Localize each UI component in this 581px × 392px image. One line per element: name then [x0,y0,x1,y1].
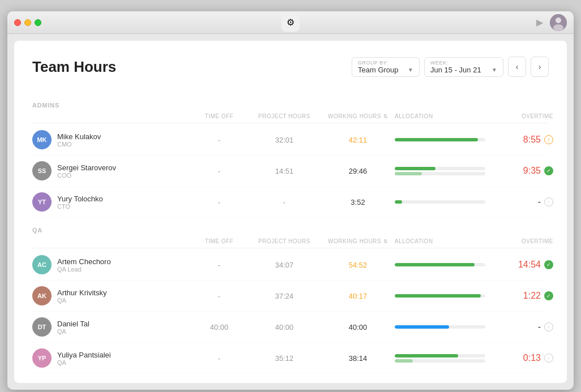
avatar: MK [32,130,52,149]
col-overtime: OVERTIME [497,113,553,119]
user-info: AK Arthur Krivitsky QA [32,286,191,305]
bar-fill-1 [395,294,481,298]
week-label: WEEK: [430,60,497,66]
close-button[interactable] [14,19,21,26]
bar-fill-1 [395,167,435,170]
overtime-cell: 8:55 ! [497,135,553,145]
group-title-qa: QA [32,218,549,238]
table-row: AC Artem Chechoro QA Lead - 34:07 54:52 [32,249,549,281]
bar-track-1 [395,354,485,357]
time-off-value: 40:00 [191,323,247,331]
chevron-down-icon2: ▼ [492,67,497,73]
play-icon[interactable]: ▶ [536,17,543,28]
page-header: Team Hours GROUP BY: Team Group ▼ WEEK: … [32,57,549,77]
col-project-hours: PROJECT HOURS [247,113,321,119]
allocation-cell [395,294,497,298]
project-hours-value: 40:00 [247,323,321,331]
overtime-cell: 9:35 ✓ [497,166,553,176]
bar-track-1 [395,167,485,170]
user-info: SS Sergei Staroverov COO [32,161,191,180]
project-hours-value: - [247,198,321,206]
table-row: YP Yuliya Pantsialei QA - 35:12 38:14 [32,343,549,374]
col-time-off: TIME OFF [191,238,247,244]
user-info: DT Daniel Tal QA [32,317,191,337]
svg-point-1 [556,18,561,23]
titlebar: ⚙ ▶ [7,11,574,34]
time-off-value: - [191,261,247,269]
overtime-cell: - ○ [497,322,553,332]
working-hours-value: 29:46 [321,167,395,175]
col-overtime: OVERTIME [497,238,553,244]
col-working-hours: WORKING HOURS ⇅ [321,113,395,119]
table-row: YT Yury Tolochko CTO - - 3:52 Projec [32,187,549,218]
allocation-cell: Project Time: 34h 7m Working Time: 54h 5… [395,200,497,204]
time-off-value: - [191,167,247,175]
working-hours-value: 40:00 [321,323,395,331]
prev-week-button[interactable]: ‹ [508,57,526,77]
project-hours-value: 14:51 [247,167,321,175]
app-logo: ⚙ [281,14,300,32]
header-controls: GROUP BY: Team Group ▼ WEEK: Jun 15 - Ju… [352,57,549,77]
allocation-cell [395,263,497,266]
user-details: Yury Tolochko CTO [57,195,103,210]
allocation-cell [395,138,497,141]
status-icon-green: ✓ [544,291,553,300]
next-week-button[interactable]: › [531,57,549,77]
user-details: Arthur Krivitsky QA [57,288,106,304]
user-name: Arthur Krivitsky [57,288,106,297]
bar-track-1 [395,200,485,204]
overtime-cell: 14:54 ✓ [497,260,553,270]
week-control[interactable]: WEEK: Jun 15 - Jun 21 ▼ [424,57,503,77]
working-hours-value: 3:52 [321,198,395,206]
status-icon-gray: ○ [544,354,553,363]
user-info: YT Yury Tolochko CTO [32,192,191,212]
bar-fill-2 [395,172,422,175]
content-area: Team Hours GROUP BY: Team Group ▼ WEEK: … [14,41,567,383]
bar-fill-2 [395,359,413,363]
bar-fill-1 [395,354,458,357]
overtime-value: - [538,322,541,332]
working-hours-value: 54:52 [321,261,395,269]
minimize-button[interactable] [24,19,31,26]
bar-fill-1 [395,138,478,141]
bar-track-2 [395,172,485,175]
overtime-cell: 1:22 ✓ [497,291,553,301]
table-row: DT Daniel Tal QA 40:00 40:00 40:00 [32,312,549,343]
group-columns-0: TIME OFF PROJECT HOURS WORKING HOURS ⇅ A… [32,113,549,123]
user-avatar[interactable] [550,14,567,31]
allocation-bar [395,200,497,204]
user-details: Yuliya Pantsialei QA [57,351,111,366]
overtime-value: 9:35 [523,166,541,176]
avatar: YP [32,348,52,368]
user-details: Artem Chechoro QA Lead [57,257,111,273]
group-by-control[interactable]: GROUP BY: Team Group ▼ [352,57,420,77]
table-row: MK Mike Kulakov CMO - 32:01 42:11 [32,124,549,156]
avatar: AC [32,255,52,274]
bar-fill-1 [395,263,475,266]
allocation-bar [395,354,497,363]
avatar: AK [32,286,52,305]
user-role: QA [57,328,89,335]
time-off-value: - [191,136,247,144]
allocation-bar [395,263,497,266]
chevron-down-icon: ▼ [408,67,413,73]
overtime-value: 14:54 [518,260,541,270]
col-allocation: ALLOCATION [395,238,497,244]
table-row: AK Arthur Krivitsky QA - 37:24 40:17 [32,281,549,312]
user-role: QA Lead [57,266,111,273]
user-role: QA [57,297,106,304]
allocation-bar [395,138,497,141]
user-role: CMO [57,141,101,148]
user-details: Mike Kulakov CMO [57,132,101,148]
week-value: Jun 15 - Jun 21 ▼ [430,66,497,74]
time-off-value: - [191,354,247,363]
status-icon-gray: ○ [544,322,553,331]
avatar: YT [32,192,52,212]
user-info: MK Mike Kulakov CMO [32,130,191,149]
maximize-button[interactable] [35,19,41,26]
bar-fill-1 [395,325,449,329]
allocation-bar [395,325,497,329]
bar-track-1 [395,325,485,329]
user-name: Yuliya Pantsialei [57,351,111,359]
status-icon-green: ✓ [544,166,553,175]
